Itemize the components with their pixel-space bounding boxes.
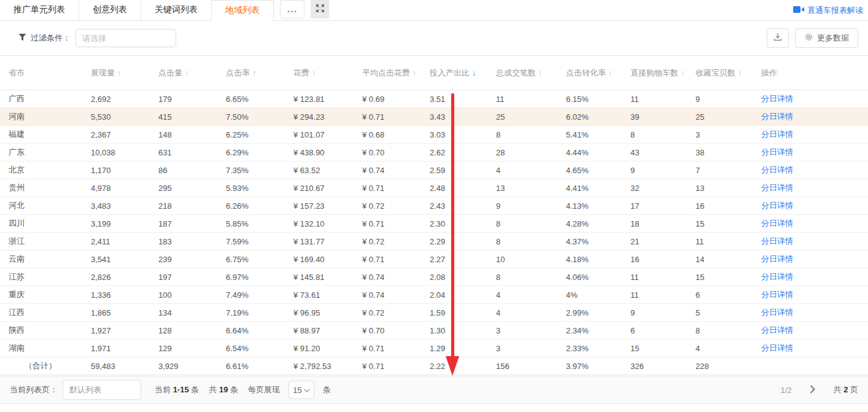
daily-detail-link[interactable]: 分日详情 <box>761 94 793 103</box>
cell-impressions: 4,978 <box>91 184 158 193</box>
sort-asc-icon[interactable]: ↑ <box>312 68 316 77</box>
daily-detail-link[interactable]: 分日详情 <box>761 308 793 317</box>
tab-keyword-list[interactable]: 关键词列表 <box>141 0 212 20</box>
cell-ctr: 6.25% <box>226 130 293 139</box>
sort-desc-icon[interactable]: ↓ <box>472 68 476 77</box>
table-row[interactable]: 北京 1,170 86 7.35% ¥ 63.52 ¥ 0.74 2.59 4 … <box>0 161 868 179</box>
column-header-4[interactable]: 花费↑ <box>293 68 362 79</box>
cell-action: 分日详情 <box>761 271 868 282</box>
daily-detail-link[interactable]: 分日详情 <box>761 290 793 299</box>
sort-asc-icon[interactable]: ↑ <box>252 68 257 77</box>
tab-region-list[interactable]: 地域列表 <box>212 0 274 21</box>
cell-cost: ¥ 438.90 <box>293 148 362 157</box>
cell-avg-cpc: ¥ 0.68 <box>362 130 430 139</box>
per-page-select[interactable]: 15 <box>289 381 314 399</box>
cell-avg-cpc: ¥ 0.74 <box>362 290 430 300</box>
cell-ctr: 7.35% <box>226 166 293 175</box>
fullscreen-button[interactable] <box>311 0 329 18</box>
column-header-10[interactable]: 收藏宝贝数↑ <box>696 68 761 79</box>
table-row[interactable]: 陕西 1,927 128 6.64% ¥ 88.97 ¥ 0.70 1.30 3… <box>0 322 868 340</box>
table-row[interactable]: 云南 3,541 239 6.75% ¥ 169.40 ¥ 0.71 2.27 … <box>0 251 868 268</box>
cell-orders: 11 <box>496 95 566 104</box>
table-row[interactable]: 江西 1,865 134 7.19% ¥ 96.95 ¥ 0.72 1.59 4… <box>0 304 868 322</box>
daily-detail-link[interactable]: 分日详情 <box>761 272 793 281</box>
sort-asc-icon[interactable]: ↑ <box>185 68 189 77</box>
sort-asc-icon[interactable]: ↑ <box>413 68 417 77</box>
daily-detail-link[interactable]: 分日详情 <box>761 254 793 263</box>
table-row[interactable]: 江苏 2,826 197 6.97% ¥ 145.81 ¥ 0.74 2.08 … <box>0 268 868 286</box>
table-row[interactable]: 贵州 4,978 295 5.93% ¥ 210.67 ¥ 0.71 2.48 … <box>0 179 868 197</box>
table-row[interactable]: 广东 10,038 631 6.29% ¥ 438.90 ¥ 0.70 2.62… <box>0 144 868 161</box>
table-row[interactable]: 河南 5,530 415 7.50% ¥ 294.23 ¥ 0.71 3.43 … <box>0 108 868 126</box>
cell-cvr: 4.28% <box>566 219 630 228</box>
report-guide-link[interactable]: 直通车报表解读 <box>793 5 863 16</box>
daily-detail-link[interactable]: 分日详情 <box>761 147 793 157</box>
column-header-7[interactable]: 总成交笔数↑ <box>496 68 566 79</box>
table-row[interactable]: 河北 3,483 218 6.26% ¥ 157.23 ¥ 0.72 2.43 … <box>0 197 868 215</box>
daily-detail-link[interactable]: 分日详情 <box>761 201 793 210</box>
cell-orders: 4 <box>496 290 566 300</box>
table-row[interactable]: 广西 2,692 179 6.65% ¥ 123.81 ¥ 0.69 3.51 … <box>0 90 868 108</box>
total-count-text: 共 19 条 <box>209 384 238 395</box>
cell-orders: 25 <box>496 112 566 122</box>
table-row[interactable]: 重庆 1,336 100 7.49% ¥ 73.61 ¥ 0.74 2.04 4… <box>0 286 868 304</box>
cell-action: 分日详情 <box>761 307 868 318</box>
more-data-button[interactable]: 更多数据 <box>795 28 858 48</box>
cell-roi: 2.43 <box>430 201 496 211</box>
pagination-bar: 当前列表页： 当前 1-15 条 共 19 条 每页展现 15 条 1/2 共 … <box>0 376 868 404</box>
column-header-2[interactable]: 点击量↑ <box>158 68 226 79</box>
cell-clicks: 197 <box>158 273 226 282</box>
daily-detail-link[interactable]: 分日详情 <box>761 236 793 246</box>
column-header-9[interactable]: 直接购物车数↑ <box>630 68 696 79</box>
column-label: 点击转化率 <box>566 68 606 79</box>
tab-creative-list[interactable]: 创意列表 <box>79 0 141 20</box>
daily-detail-link[interactable]: 分日详情 <box>761 325 793 335</box>
daily-detail-link[interactable]: 分日详情 <box>761 183 793 192</box>
cell-orders: 8 <box>496 219 566 228</box>
cell-cvr: 2.99% <box>566 308 630 317</box>
sort-asc-icon[interactable]: ↑ <box>117 68 122 77</box>
column-header-8[interactable]: 点击转化率↑ <box>566 68 630 79</box>
cell-province: 陕西 <box>0 325 91 336</box>
cell-cost: ¥ 101.07 <box>293 130 362 139</box>
sort-asc-icon[interactable]: ↑ <box>608 68 613 77</box>
table-row[interactable]: 浙江 2,411 183 7.59% ¥ 131.77 ¥ 0.72 2.29 … <box>0 233 868 251</box>
column-header-5[interactable]: 平均点击花费↑ <box>362 68 430 79</box>
cell-cvr: 6.15% <box>566 95 630 104</box>
table-header: 省市展现量↑点击量↑点击率↑花费↑平均点击花费↑投入产出比↓总成交笔数↑点击转化… <box>0 55 868 90</box>
daily-detail-link[interactable]: 分日详情 <box>761 343 793 352</box>
daily-detail-link[interactable]: 分日详情 <box>761 112 793 121</box>
table-row[interactable]: 福建 2,367 148 6.25% ¥ 101.07 ¥ 0.68 3.03 … <box>0 126 868 144</box>
table-row[interactable]: 四川 3,199 187 5.85% ¥ 132.10 ¥ 0.71 2.30 … <box>0 215 868 233</box>
sort-asc-icon[interactable]: ↑ <box>538 68 543 77</box>
cell-roi: 2.59 <box>430 166 496 175</box>
cell-orders: 4 <box>496 166 566 175</box>
sort-asc-icon[interactable]: ↑ <box>738 68 742 77</box>
cell-cost: ¥ 131.77 <box>293 237 362 246</box>
next-page-button[interactable] <box>805 383 820 397</box>
ellipsis-icon: ... <box>287 4 297 15</box>
tab-unit-list[interactable]: 推广单元列表 <box>0 0 79 20</box>
cell-impressions: 1,336 <box>91 290 158 300</box>
sort-asc-icon[interactable]: ↑ <box>681 68 685 77</box>
cell-favorites: 9 <box>696 95 761 104</box>
cell-impressions: 1,170 <box>91 166 158 175</box>
list-name-input[interactable] <box>63 380 141 400</box>
column-header-3[interactable]: 点击率↑ <box>226 68 293 79</box>
cell-favorites: 11 <box>696 237 761 246</box>
daily-detail-link[interactable]: 分日详情 <box>761 219 793 228</box>
daily-detail-link[interactable]: 分日详情 <box>761 165 793 174</box>
cell-favorites: 38 <box>696 148 761 157</box>
table-row[interactable]: 湖南 1,971 129 6.54% ¥ 91.20 ¥ 0.71 1.29 3… <box>0 340 868 357</box>
column-header-1[interactable]: 展现量↑ <box>91 68 158 79</box>
cell-favorites: 8 <box>696 326 761 335</box>
daily-detail-link[interactable]: 分日详情 <box>761 130 793 139</box>
more-tabs-button[interactable]: ... <box>280 0 304 18</box>
download-icon <box>773 32 783 44</box>
filter-select-input[interactable] <box>76 29 176 47</box>
download-button[interactable] <box>767 28 789 48</box>
cell-province: 云南 <box>0 254 91 265</box>
table-total-row: （合计） 59,483 3,929 6.61% ¥ 2,792.53 ¥ 0.7… <box>0 357 868 375</box>
column-header-6[interactable]: 投入产出比↓ <box>430 68 496 79</box>
cell-province: 浙江 <box>0 236 91 247</box>
